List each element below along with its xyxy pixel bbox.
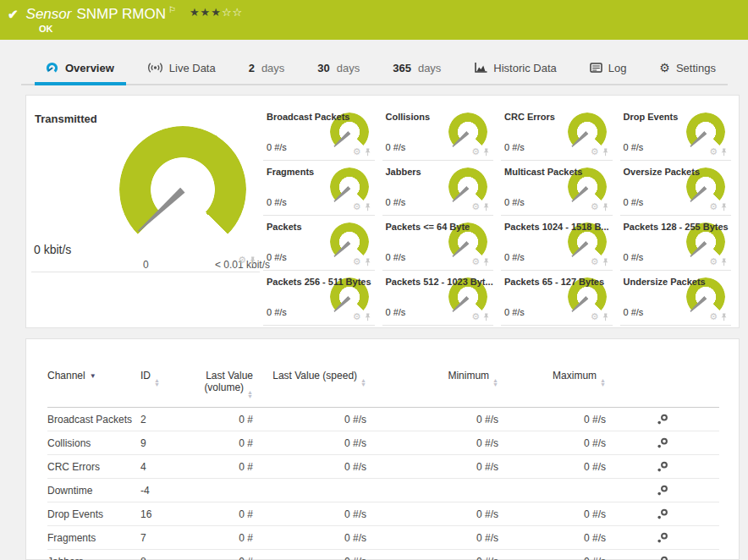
column-header-channel[interactable]: Channel▼ <box>47 353 140 408</box>
pin-icon[interactable] <box>364 313 371 321</box>
table-row[interactable]: Collisions 9 0 # 0 #/s 0 #/s 0 #/s <box>47 431 719 455</box>
pin-icon[interactable] <box>720 203 728 211</box>
star-empty-icon[interactable]: ☆ <box>233 6 244 19</box>
tab-settings[interactable]: ⚙ Settings <box>659 52 716 84</box>
table-row[interactable]: Fragments 7 0 # 0 #/s 0 #/s 0 #/s <box>47 526 719 550</box>
gauge-value: 0 #/s <box>624 307 644 317</box>
tab-overview[interactable]: Overview <box>45 52 114 84</box>
pin-icon[interactable] <box>482 148 490 156</box>
table-row[interactable]: Jabbers 8 0 # 0 #/s 0 #/s 0 #/s <box>47 550 719 560</box>
pin-icon[interactable] <box>364 258 371 266</box>
gear-icon[interactable]: ⚙ <box>471 312 480 321</box>
sensor-title-prefix: Sensor <box>26 6 72 22</box>
star-filled-icon[interactable]: ★ <box>190 6 201 19</box>
tab-30-days[interactable]: 30 days <box>317 52 360 84</box>
gear-icon[interactable]: ⚙ <box>471 147 480 156</box>
gear-icon[interactable]: ⚙ <box>591 202 599 211</box>
pin-icon[interactable] <box>602 313 609 321</box>
gauge-title: Packets 65 - 127 Bytes <box>501 271 613 287</box>
tab-days-unit: days <box>337 62 360 74</box>
cell-actions <box>606 526 719 550</box>
cell-actions <box>606 502 719 526</box>
star-empty-icon[interactable]: ☆ <box>222 6 233 19</box>
tab-365-days[interactable]: 365 days <box>393 52 441 84</box>
cell-id: 4 <box>140 455 200 479</box>
pin-icon[interactable] <box>602 258 609 266</box>
cell-id: 2 <box>140 408 200 431</box>
pin-icon[interactable] <box>482 258 490 266</box>
cell-last-value-speed: 0 #/s <box>253 550 366 560</box>
channel-settings-icon[interactable] <box>657 414 668 425</box>
pin-icon[interactable] <box>602 148 609 156</box>
gear-icon[interactable]: ⚙ <box>709 312 718 321</box>
channel-settings-icon[interactable] <box>657 508 668 520</box>
cell-last-value-speed: 0 #/s <box>253 408 366 431</box>
gear-icon[interactable]: ⚙ <box>238 255 246 265</box>
gear-icon: ⚙ <box>659 62 670 74</box>
mini-gauge-tile: Oversize Packets 0 #/s ⚙ <box>620 161 732 216</box>
channel-settings-icon[interactable] <box>657 532 668 544</box>
gauge-title: Drop Events <box>620 106 732 122</box>
pin-icon[interactable] <box>364 203 371 211</box>
pin-icon[interactable] <box>720 313 728 321</box>
pin-icon[interactable] <box>720 258 728 266</box>
cell-last-value-speed: 0 #/s <box>253 455 366 479</box>
gear-icon[interactable]: ⚙ <box>709 202 718 211</box>
gear-icon[interactable]: ⚙ <box>471 202 480 211</box>
gauge-icon <box>45 62 59 74</box>
gear-icon[interactable]: ⚙ <box>353 147 361 156</box>
flag-icon[interactable]: ⚐ <box>168 5 176 14</box>
tab-2-days[interactable]: 2 days <box>249 52 285 84</box>
gear-icon[interactable]: ⚙ <box>353 202 361 211</box>
cell-actions <box>606 479 719 502</box>
transmitted-gauge-tile: Transmitted 0 < 0.01 kbit/s 0 kbit/s ⚙ <box>31 106 260 272</box>
pin-icon[interactable] <box>602 203 609 211</box>
gauge-value: 0 #/s <box>267 252 287 262</box>
star-filled-icon[interactable]: ★ <box>211 6 222 19</box>
channel-settings-icon[interactable] <box>657 485 668 497</box>
gear-icon[interactable]: ⚙ <box>591 257 599 266</box>
cell-minimum: 0 #/s <box>366 526 498 550</box>
cell-actions <box>606 431 719 455</box>
cell-last-value-volume: 0 # <box>200 502 253 526</box>
pin-icon[interactable] <box>364 148 371 156</box>
priority-stars[interactable]: ★★★☆☆ <box>190 7 243 18</box>
column-header-minimum[interactable]: Minimum▲▼ <box>366 353 498 408</box>
pin-icon[interactable] <box>249 256 256 265</box>
gear-icon[interactable]: ⚙ <box>471 257 480 266</box>
table-row[interactable]: CRC Errors 4 0 # 0 #/s 0 #/s 0 #/s <box>47 455 719 479</box>
table-row[interactable]: Downtime -4 <box>47 479 719 502</box>
table-header-row: Channel▼ ID▲▼ Last Value (volume)▲▼ Last… <box>47 353 719 408</box>
star-filled-icon[interactable]: ★ <box>201 6 212 19</box>
gear-icon[interactable]: ⚙ <box>709 257 718 266</box>
gear-icon[interactable]: ⚙ <box>591 147 599 156</box>
table-row[interactable]: Broadcast Packets 2 0 # 0 #/s 0 #/s 0 #/… <box>47 408 719 431</box>
cell-channel: Collisions <box>47 431 140 455</box>
pin-icon[interactable] <box>720 148 728 156</box>
channel-settings-icon[interactable] <box>657 556 668 560</box>
column-header-maximum[interactable]: Maximum▲▼ <box>498 353 606 408</box>
tab-log[interactable]: Log <box>590 52 627 84</box>
sort-updown-icon: ▲▼ <box>600 378 606 387</box>
column-label: Last Value (speed) <box>272 370 357 382</box>
column-header-id[interactable]: ID▲▼ <box>140 353 200 408</box>
channel-settings-icon[interactable] <box>657 437 668 449</box>
tab-historic-data[interactable]: Historic Data <box>474 52 556 84</box>
gear-icon[interactable]: ⚙ <box>353 257 361 266</box>
column-header-last-value-volume[interactable]: Last Value (volume)▲▼ <box>200 353 253 408</box>
table-row[interactable]: Drop Events 16 0 # 0 #/s 0 #/s 0 #/s <box>47 502 719 526</box>
pin-icon[interactable] <box>482 313 490 321</box>
column-header-last-value-speed[interactable]: Last Value (speed)▲▼ <box>253 353 366 408</box>
gauges-panel: Transmitted 0 < 0.01 kbit/s 0 kbit/s ⚙ B… <box>25 95 740 328</box>
mini-gauge-tile: Packets 0 #/s ⚙ <box>263 216 375 271</box>
live-data-icon <box>147 62 163 74</box>
channel-settings-icon[interactable] <box>657 461 668 473</box>
gauge-value: 0 #/s <box>624 197 644 207</box>
gear-icon[interactable]: ⚙ <box>591 312 599 321</box>
tab-live-data[interactable]: Live Data <box>147 52 216 84</box>
cell-last-value-speed: 0 #/s <box>253 502 366 526</box>
pin-icon[interactable] <box>482 203 490 211</box>
gear-icon[interactable]: ⚙ <box>709 147 718 156</box>
gauge-value: 0 #/s <box>624 252 644 262</box>
gear-icon[interactable]: ⚙ <box>353 312 361 321</box>
